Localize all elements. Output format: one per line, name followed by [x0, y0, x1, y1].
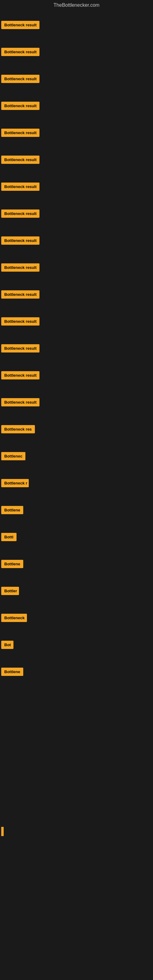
- card-row: Bottleneck result: [0, 129, 153, 138]
- card-row: Bottleneck result: [0, 317, 153, 327]
- card-row: Bottleneck result: [0, 48, 153, 57]
- card-row: Bottleneck result: [0, 183, 153, 192]
- bottleneck-result-badge: Bottleneck result: [1, 183, 40, 191]
- card-row: Bottleneck result: [0, 236, 153, 246]
- bottleneck-result-badge: Bot: [1, 641, 13, 649]
- bottleneck-result-badge: Bottleneck result: [1, 102, 40, 110]
- card-row: Bottlene: [0, 560, 153, 569]
- card-row: Bottleneck result: [0, 398, 153, 407]
- bottleneck-result-badge: Bottlene: [1, 506, 23, 514]
- card-row: Bottleneck result: [0, 290, 153, 300]
- card-row: Bottleneck result: [0, 75, 153, 84]
- card-row: Bottl: [0, 533, 153, 542]
- card-row: Bottlene: [0, 668, 153, 677]
- card-row: Bottler: [0, 587, 153, 596]
- card-row: Bottleneck result: [0, 21, 153, 30]
- bottleneck-result-badge: Bottleneck result: [1, 371, 40, 379]
- card-row: Bottleneck result: [0, 344, 153, 354]
- bottleneck-result-badge: Bottleneck result: [1, 317, 40, 326]
- site-title: TheBottlenecker.com: [0, 0, 153, 12]
- bottleneck-result-badge: Bottleneck result: [1, 210, 40, 218]
- bottleneck-result-badge: Bottleneck result: [1, 290, 40, 299]
- card-row: Bottleneck result: [0, 156, 153, 165]
- card-row: Bottlenec: [0, 452, 153, 461]
- bottleneck-result-badge: Bottler: [1, 587, 19, 595]
- card-row: Bottleneck res: [0, 425, 153, 434]
- bottleneck-result-badge: Bottleneck result: [1, 156, 40, 164]
- bottleneck-result-badge: Bottleneck result: [1, 21, 40, 29]
- bottleneck-result-badge: Bottleneck result: [1, 129, 40, 137]
- card-row: Bot: [0, 641, 153, 650]
- bottleneck-result-badge: Bottleneck result: [1, 398, 40, 406]
- card-row: Bottleneck: [0, 614, 153, 623]
- bottleneck-result-badge: Bottleneck result: [1, 236, 40, 245]
- bottleneck-result-badge: Bottlene: [1, 560, 23, 568]
- card-row: Bottlene: [0, 506, 153, 515]
- bottleneck-result-badge: Bottleneck res: [1, 425, 35, 433]
- bottleneck-result-badge: Bottlenec: [1, 452, 26, 460]
- bottleneck-result-badge: Bottleneck result: [1, 263, 40, 272]
- card-row: Bottleneck result: [0, 210, 153, 219]
- card-row: Bottleneck result: [0, 371, 153, 381]
- small-indicator: [1, 827, 4, 836]
- card-row: Bottleneck result: [0, 102, 153, 111]
- bottleneck-result-badge: Bottlene: [1, 668, 23, 676]
- bottleneck-result-badge: Bottleneck: [1, 614, 27, 622]
- bottleneck-result-badge: Bottleneck result: [1, 75, 40, 83]
- card-row: Bottleneck result: [0, 263, 153, 273]
- card-row: Bottleneck r: [0, 479, 153, 488]
- bottleneck-result-badge: Bottleneck result: [1, 48, 40, 56]
- bottleneck-result-badge: Bottleneck result: [1, 344, 40, 353]
- bottleneck-result-badge: Bottleneck r: [1, 479, 29, 487]
- bottleneck-result-badge: Bottl: [1, 533, 16, 541]
